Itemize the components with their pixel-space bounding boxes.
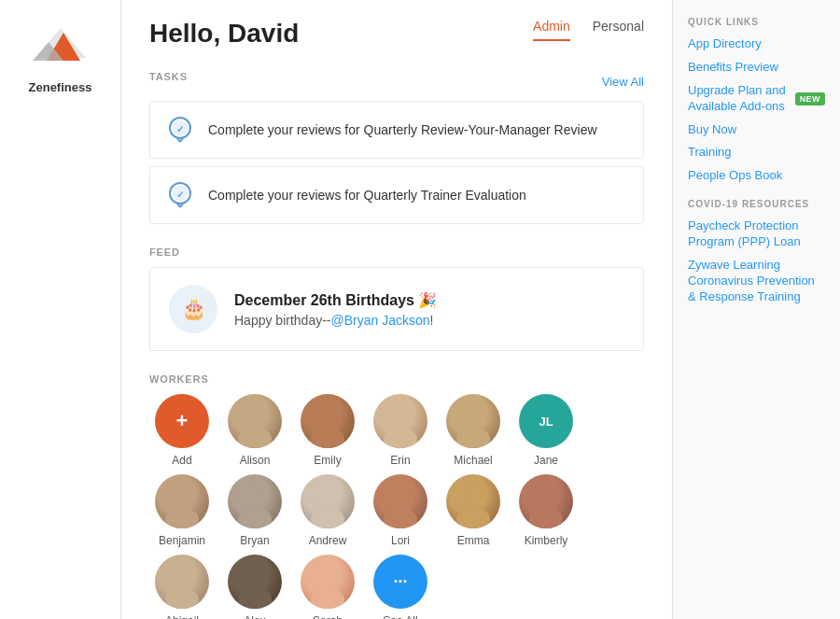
svg-point-39 [311,588,344,609]
worker-name-emma: Emma [457,534,490,547]
svg-point-23 [165,508,199,528]
worker-erin[interactable]: Erin [368,394,433,467]
worker-name-kimberly: Kimberly [525,534,568,547]
worker-name-benjamin: Benjamin [159,534,205,547]
add-worker-btn[interactable]: + [155,394,209,448]
worker-avatar-jane: JL [519,394,573,448]
feed-content: December 26th Birthdays 🎉 Happy birthday… [234,291,437,328]
worker-name-michael: Michael [454,454,492,467]
worker-name-abigail: Abigail [165,614,199,619]
svg-point-33 [529,508,563,528]
worker-avatar-benjamin [155,474,209,528]
svg-point-26 [316,484,339,506]
right-panel: QUICK LINKS App Directory Benefits Previ… [672,0,840,619]
worker-name-alex: Alex [244,614,265,619]
worker-abigail[interactable]: Abigail [149,555,215,619]
worker-lori[interactable]: Lori [368,474,433,547]
worker-emma[interactable]: Emma [441,474,506,547]
worker-alison[interactable]: Alison [222,394,287,467]
svg-point-16 [316,403,339,426]
svg-point-22 [171,484,193,506]
quick-link-upgrade-row: Upgrade Plan and Available Add-ons NEW [688,83,825,115]
worker-name-jane: Jane [534,454,558,467]
worker-avatar-kimberly [519,474,573,528]
worker-name-lori: Lori [391,534,410,547]
svg-point-19 [384,428,417,448]
page-title: Hello, David [149,19,299,49]
quick-link-zywave[interactable]: Zywave Learning Coronavirus Prevention &… [688,258,825,305]
feed-avatar: 🎂 [169,285,217,333]
worker-avatar-lori [373,474,427,528]
worker-avatar-alex [228,555,282,609]
svg-point-21 [456,428,490,448]
page-header: Hello, David Admin Personal [149,19,644,49]
worker-alex[interactable]: Alex [222,555,287,619]
quick-link-ppp[interactable]: Paycheck Protection Program (PPP) Loan [688,218,825,250]
view-all-link[interactable]: View All [602,75,644,89]
worker-emily[interactable]: Emily [295,394,360,467]
tasks-label: TASKS [149,71,188,82]
feed-body-prefix: Happy birthday-- [234,313,331,328]
feed-link[interactable]: @Bryan Jackson [331,313,430,328]
worker-avatar-alison [228,394,282,448]
task-item: ✓ Complete your reviews for Quarterly Re… [149,101,644,159]
quick-link-benefits-preview[interactable]: Benefits Preview [688,60,825,76]
quick-link-people-ops[interactable]: People Ops Book [688,168,825,184]
main-content: Hello, David Admin Personal TASKS View A… [121,0,672,619]
feed-card: 🎂 December 26th Birthdays 🎉 Happy birthd… [149,267,644,351]
tab-admin[interactable]: Admin [533,19,570,41]
worker-name-andrew: Andrew [309,534,347,547]
workers-section: WORKERS + Add Alison Emily [149,373,644,619]
task-text-1: Complete your reviews for Quarterly Revi… [208,122,597,137]
worker-kimberly[interactable]: Kimberly [513,474,579,547]
tabs: Admin Personal [533,19,644,41]
worker-avatar-michael [446,394,500,448]
worker-avatar-bryan [228,474,282,528]
see-all-btn[interactable]: ··· [373,555,427,609]
svg-point-32 [535,484,557,506]
logo-container: Zenefiness [28,19,93,94]
svg-point-31 [456,508,490,528]
worker-michael[interactable]: Michael [441,394,506,467]
workers-grid: + Add Alison Emily [149,394,644,619]
svg-point-34 [171,564,193,586]
worker-name-see-all: See All [383,614,417,619]
worker-name-sarah: Sarah [313,614,343,619]
brand-name: Zenefiness [29,80,92,94]
workers-label: WORKERS [149,373,644,385]
task-text-2: Complete your reviews for Quarterly Trai… [208,188,526,203]
covid-label: COVID-19 RESOURCES [688,199,825,209]
svg-point-14 [244,403,266,426]
quick-links-label: QUICK LINKS [688,17,825,27]
feed-section: FEED 🎂 December 26th Birthdays 🎉 Happy b… [149,246,644,351]
worker-avatar-emily [301,394,355,448]
svg-point-28 [389,484,412,506]
worker-name-bryan: Bryan [240,534,269,547]
zenefitness-logo [28,19,93,75]
worker-bryan[interactable]: Bryan [222,474,287,547]
worker-jane[interactable]: JL Jane [513,394,579,467]
worker-benjamin[interactable]: Benjamin [149,474,215,547]
worker-avatar-abigail [155,555,209,609]
svg-point-36 [244,564,266,586]
svg-point-30 [462,484,484,506]
feed-body: Happy birthday--@Bryan Jackson! [234,313,437,328]
svg-text:✓: ✓ [176,124,184,134]
worker-name-alison: Alison [240,454,271,467]
worker-avatar-andrew [301,474,355,528]
tab-personal[interactable]: Personal [593,19,644,41]
worker-add[interactable]: + Add [149,394,215,467]
worker-avatar-emma [446,474,500,528]
worker-see-all[interactable]: ··· See All [368,555,433,619]
worker-sarah[interactable]: Sarah [295,555,360,619]
svg-point-24 [244,484,266,506]
worker-avatar-erin [373,394,427,448]
quick-link-training[interactable]: Training [688,145,825,161]
svg-point-20 [462,403,484,426]
task-header: TASKS View All [149,71,644,91]
quick-link-buy-now[interactable]: Buy Now [688,122,825,138]
worker-andrew[interactable]: Andrew [295,474,360,547]
quick-link-app-directory[interactable]: App Directory [688,36,825,52]
quick-link-upgrade[interactable]: Upgrade Plan and Available Add-ons [688,83,790,115]
new-badge: NEW [795,92,825,106]
